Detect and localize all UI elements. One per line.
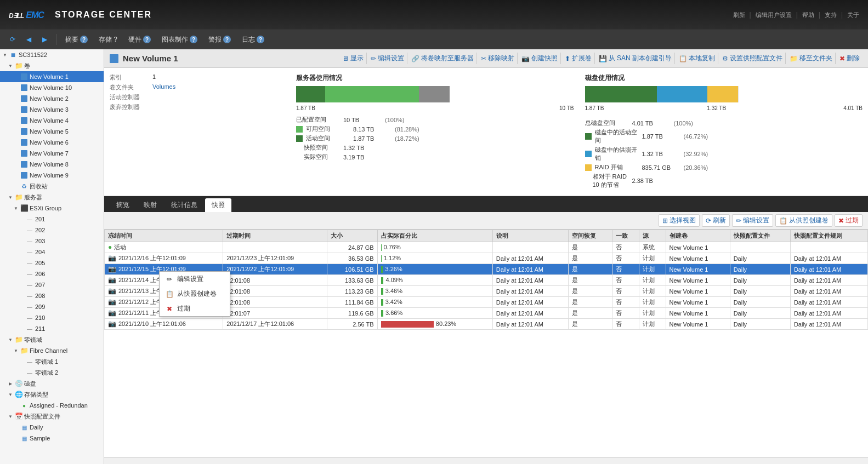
action-san-boot-btn[interactable]: 💾 从 SAN 副本创建引导 bbox=[596, 53, 675, 64]
table-row[interactable]: 📷2021/12/16 上午12:01:092021/12/23 上午12:01… bbox=[105, 253, 868, 264]
tree-server-204[interactable]: — 204 bbox=[0, 247, 104, 257]
tree-disk-folder[interactable]: ▶ 💿 磁盘 bbox=[0, 378, 104, 389]
header-edit-user-btn[interactable]: 编辑用户设置 bbox=[756, 11, 792, 19]
disk-stat-active: 磁盘中的活动空间 1.87 TB (46.72%) bbox=[585, 128, 863, 145]
pct-bar bbox=[381, 321, 434, 328]
tree-expand-icon: ▼ bbox=[2, 53, 8, 58]
pct-bar bbox=[381, 244, 382, 251]
context-create-vol[interactable]: 📋 从快照创建卷 bbox=[160, 287, 230, 301]
snapshot-edit-btn[interactable]: ✏ 编辑设置 bbox=[732, 214, 773, 227]
nav-forward-btn[interactable]: ▶ bbox=[38, 34, 52, 45]
nav-back-btn[interactable]: ◀ bbox=[22, 34, 36, 45]
action-edit-btn[interactable]: ✏ 编辑设置 bbox=[368, 53, 407, 64]
tree-volumes-folder[interactable]: ▼ 📁 卷 bbox=[0, 60, 104, 71]
col-expire-time: 过期时间 bbox=[223, 230, 327, 242]
pct-value: 3.66% bbox=[385, 310, 402, 316]
action-create-snapshot-btn[interactable]: 📷 创建快照 bbox=[519, 53, 561, 64]
header-help-btn[interactable]: 帮助 bbox=[802, 11, 814, 19]
tab-mapping[interactable]: 映射 bbox=[137, 198, 163, 212]
action-delete-btn[interactable]: ✖ 删除 bbox=[837, 53, 863, 64]
tab-summary[interactable]: 摘要 ? bbox=[61, 33, 92, 46]
volumes-link[interactable]: Volumes bbox=[152, 83, 175, 90]
info-index-row: 索引 1 bbox=[110, 73, 285, 82]
snapshot-refresh-btn[interactable]: ⟳ 刷新 bbox=[702, 214, 730, 227]
tree-server-203[interactable]: — 203 bbox=[0, 236, 104, 247]
tree-server-205[interactable]: — 205 bbox=[0, 257, 104, 268]
disk-stat-total: 总磁盘空间 4.01 TB (100%) bbox=[585, 119, 863, 127]
tree-assigned-redundant[interactable]: ● Assigned - Redundan bbox=[0, 400, 104, 411]
tree-recycle[interactable]: ♻ 回收站 bbox=[0, 181, 104, 192]
pct-bar bbox=[381, 299, 383, 306]
info-section: 索引 1 卷文件夹 Volumes 活动控制器 废弃控制器 服务器使用 bbox=[104, 68, 868, 196]
tree-daily-profile[interactable]: ▦ Daily bbox=[0, 422, 104, 433]
tab-storage[interactable]: 存储 ? bbox=[94, 33, 122, 46]
header-refresh-btn[interactable]: 刷新 bbox=[733, 11, 745, 19]
tree-volume-2[interactable]: New Volume 2 bbox=[0, 93, 104, 104]
refresh-icon: ⟳ bbox=[706, 217, 711, 225]
tree-server-211[interactable]: — 211 bbox=[0, 323, 104, 334]
select-view-btn[interactable]: ⊞ 选择视图 bbox=[659, 214, 700, 227]
cell-frozen: ●活动 bbox=[105, 242, 223, 253]
tree-storage-type-folder[interactable]: ▼ 🌐 存储类型 bbox=[0, 389, 104, 400]
action-move-btn[interactable]: 📁 移至文件夹 bbox=[787, 53, 836, 64]
tree-server-208[interactable]: — 208 bbox=[0, 290, 104, 301]
snapshot-row-icon: 📷 bbox=[108, 276, 116, 284]
tab-chart[interactable]: 图表制作 ? bbox=[157, 33, 202, 46]
tree-server-207[interactable]: — 207 bbox=[0, 279, 104, 290]
tree-volume-5[interactable]: New Volume 5 bbox=[0, 126, 104, 137]
context-expire[interactable]: ✖ 过期 bbox=[160, 301, 230, 316]
tree-server-201[interactable]: — 201 bbox=[0, 214, 104, 225]
tree-volume-8[interactable]: New Volume 8 bbox=[0, 159, 104, 170]
tree-volume-4[interactable]: New Volume 4 bbox=[0, 115, 104, 126]
header-about-btn[interactable]: 关于 bbox=[847, 11, 859, 19]
expire-btn[interactable]: ✖ 过期 bbox=[835, 214, 863, 227]
tree-mirror-2[interactable]: — 零镜域 2 bbox=[0, 367, 104, 378]
tab-alert[interactable]: 警报 ? bbox=[204, 33, 235, 46]
action-remove-map-btn[interactable]: ✂ 移除映射 bbox=[478, 53, 518, 64]
tree-server-202[interactable]: — 202 bbox=[0, 225, 104, 236]
tab-summary[interactable]: 摘览 bbox=[110, 198, 136, 212]
available-color bbox=[296, 126, 303, 133]
tree-volume-3[interactable]: New Volume 3 bbox=[0, 104, 104, 115]
tree-server-210[interactable]: — 210 bbox=[0, 312, 104, 323]
action-expand-btn[interactable]: ⬆ 扩展卷 bbox=[562, 53, 595, 64]
horizontal-scrollbar[interactable] bbox=[104, 457, 868, 464]
tab-hardware[interactable]: 硬件 ? bbox=[124, 33, 155, 46]
tree-servers-folder[interactable]: ▼ 📁 服务器 bbox=[0, 192, 104, 203]
action-map-server-btn[interactable]: 🔗 将卷映射至服务器 bbox=[409, 53, 477, 64]
cell-size: 119.6 GB bbox=[327, 308, 378, 319]
table-row[interactable]: 📷2021/12/10 上午12:01:062021/12/17 上午12:01… bbox=[105, 319, 868, 330]
nav-refresh-btn[interactable]: ⟳ bbox=[5, 34, 20, 45]
tree-volume-7[interactable]: New Volume 7 bbox=[0, 148, 104, 159]
action-set-profile-btn[interactable]: ⚙ 设置供照配置文件 bbox=[719, 53, 786, 64]
table-row[interactable]: ●活动24.87 GB0.76%是否系统New Volume 1 bbox=[105, 242, 868, 253]
tab-log[interactable]: 日志 ? bbox=[237, 33, 269, 46]
action-local-copy-btn[interactable]: 📋 本地复制 bbox=[676, 53, 718, 64]
cell-size: 106.51 GB bbox=[327, 264, 378, 275]
tree-mirror-folder[interactable]: ▼ 📁 零镜域 bbox=[0, 334, 104, 345]
tab-snapshot[interactable]: 快照 bbox=[205, 198, 231, 212]
tree-server-209[interactable]: — 209 bbox=[0, 301, 104, 312]
tree-volume-9[interactable]: New Volume 9 bbox=[0, 170, 104, 181]
main-toolbar: ⟳ ◀ ▶ 摘要 ? 存储 ? 硬件 ? 图表制作 ? 警报 ? 日志 ? bbox=[0, 30, 868, 49]
action-display-btn[interactable]: 🖥 显示 bbox=[339, 53, 367, 64]
tree-volume-10[interactable]: New Volume 10 bbox=[0, 82, 104, 93]
header-support-btn[interactable]: 支持 bbox=[825, 11, 837, 19]
tree-volume-6[interactable]: New Volume 6 bbox=[0, 137, 104, 148]
tree-snapshot-profile-folder[interactable]: ▼ 📅 快照配置文件 bbox=[0, 411, 104, 422]
tree-sample-profile[interactable]: ▦ Sample bbox=[0, 433, 104, 444]
tree-fibre-channel[interactable]: ▼ 📁 Fibre Channel bbox=[0, 345, 104, 356]
cell-size: 36.53 GB bbox=[327, 253, 378, 264]
tree-mirror-1[interactable]: — 零镜域 1 bbox=[0, 356, 104, 367]
tree-volume-1[interactable]: New Volume 1 bbox=[0, 71, 104, 82]
tab-stats[interactable]: 统计信息 bbox=[164, 198, 204, 212]
tree-esxi-group[interactable]: ▼ ⬛ ESXi Group bbox=[0, 203, 104, 214]
tree-sc-node[interactable]: ▼ ■ SC311522 bbox=[0, 49, 104, 60]
server-item-icon: — bbox=[25, 248, 34, 256]
cell-size: 111.84 GB bbox=[327, 297, 378, 308]
col-space-recovery: 空间恢复 bbox=[569, 230, 612, 242]
tree-server-206[interactable]: — 206 bbox=[0, 268, 104, 279]
create-vol-from-snapshot-btn[interactable]: 📋 从供照创建卷 bbox=[775, 214, 832, 227]
context-edit-settings[interactable]: ✏ 编辑设置 bbox=[160, 272, 230, 287]
col-created-vol: 创建卷 bbox=[666, 230, 730, 242]
